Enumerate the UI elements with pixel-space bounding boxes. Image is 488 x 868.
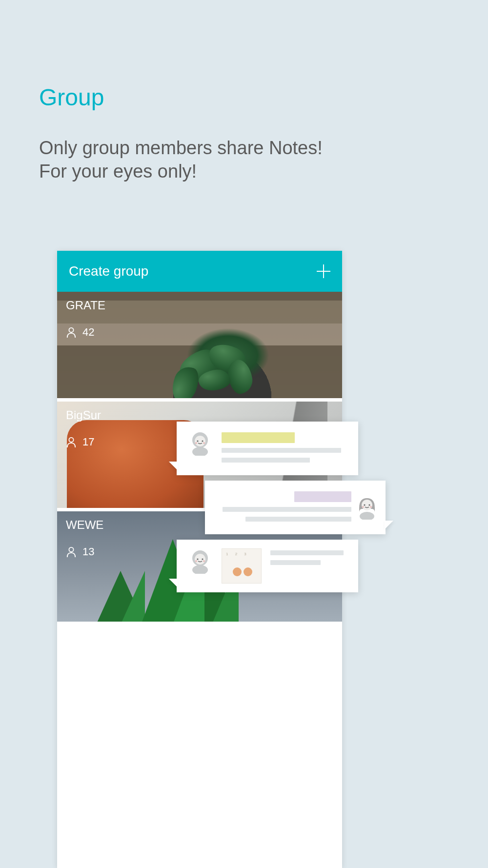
group-name: GRATE [66,299,105,312]
svg-point-15 [360,512,374,520]
svg-point-6 [202,440,203,442]
message-lines [222,430,347,463]
member-row: 42 [66,326,105,339]
svg-point-10 [362,500,372,510]
chat-bubble [177,422,358,475]
group-name: BigSur [66,408,101,422]
svg-point-12 [368,504,370,505]
create-group-bar[interactable]: Create group [57,251,342,292]
svg-point-11 [364,504,365,505]
attachment-thumbnail: 1 2 3 [222,548,262,584]
desc-line-1: Only group members share Notes! [39,138,323,158]
person-icon [66,436,77,448]
message-lines [216,489,351,522]
svg-point-2 [69,547,73,552]
svg-point-17 [195,554,205,565]
plus-icon[interactable] [317,264,330,278]
person-icon [66,326,77,338]
page-description: Only group members share Notes! For your… [39,137,323,183]
group-name: WEWE [66,518,103,532]
svg-point-1 [69,438,73,442]
svg-point-18 [197,558,198,560]
svg-point-4 [195,436,205,446]
thumbnail-numbers: 1 2 3 [226,552,257,556]
svg-point-8 [203,442,205,444]
member-count: 17 [82,436,94,448]
chat-bubble [205,481,386,534]
avatar-icon [354,494,380,520]
svg-point-19 [202,558,203,560]
svg-point-0 [69,328,73,332]
svg-point-21 [203,560,205,562]
avatar-icon [187,548,213,574]
member-row: 17 [66,436,101,448]
bottom-blank-area [57,622,342,868]
chat-bubble: 1 2 3 [177,540,358,592]
member-row: 13 [66,545,103,558]
svg-point-22 [192,565,208,574]
group-card-grate[interactable]: GRATE 42 [57,292,342,398]
svg-point-20 [195,560,197,562]
svg-point-14 [370,506,372,508]
svg-point-13 [362,506,364,508]
page-title: Group [39,84,104,111]
svg-point-9 [192,447,208,456]
desc-line-2: For your eyes only! [39,161,197,182]
person-icon [66,546,77,558]
message-lines [270,548,347,565]
member-count: 13 [82,545,94,558]
member-count: 42 [82,326,94,339]
create-group-label: Create group [69,263,148,279]
avatar-icon [187,430,213,456]
svg-point-5 [197,440,198,442]
svg-point-7 [195,442,197,444]
